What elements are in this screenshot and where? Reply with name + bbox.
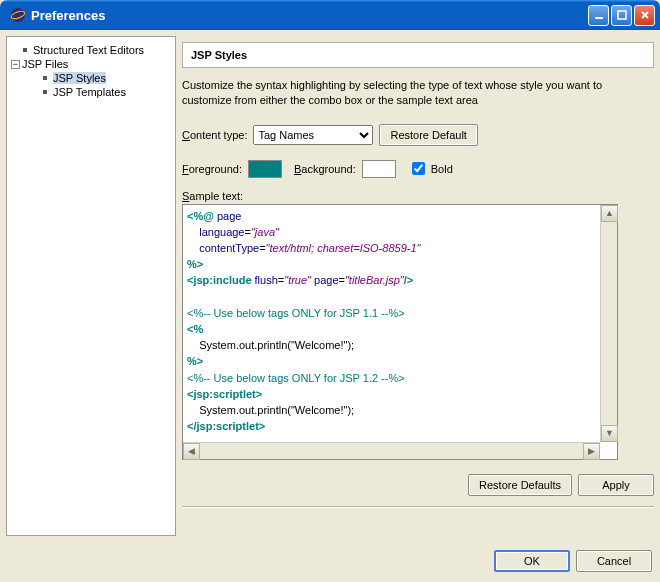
- tree-collapse-icon[interactable]: −: [11, 60, 20, 69]
- dialog-buttons: OK Cancel: [0, 542, 660, 572]
- restore-default-button[interactable]: Restore Default: [379, 124, 477, 146]
- ok-button[interactable]: OK: [494, 550, 570, 572]
- restore-defaults-button[interactable]: Restore Defaults: [468, 474, 572, 496]
- page-description: Customize the syntax highlighting by sel…: [182, 78, 654, 108]
- sample-text-label: Sample text:: [182, 190, 654, 202]
- foreground-label: Foreground:: [182, 163, 242, 175]
- sample-text-area[interactable]: <%@ page language="java" contentType="te…: [182, 204, 618, 460]
- separator: [182, 506, 654, 507]
- apply-button[interactable]: Apply: [578, 474, 654, 496]
- content-type-label: Content type:: [182, 129, 247, 141]
- background-swatch[interactable]: [362, 160, 396, 178]
- titlebar: Preferences: [0, 0, 660, 30]
- app-icon: [10, 7, 26, 23]
- tree-item-jsp-styles[interactable]: JSP Styles: [11, 71, 171, 85]
- background-label: Background:: [294, 163, 356, 175]
- sample-code: <%@ page language="java" contentType="te…: [183, 205, 600, 442]
- svg-point-0: [11, 8, 25, 22]
- horizontal-scrollbar[interactable]: ◀ ▶: [183, 442, 600, 459]
- maximize-button[interactable]: [611, 5, 632, 26]
- bold-label: Bold: [431, 163, 453, 175]
- tree-item-structured-text[interactable]: Structured Text Editors: [11, 43, 171, 57]
- preferences-tree[interactable]: Structured Text Editors −JSP Files JSP S…: [6, 36, 176, 536]
- cancel-button[interactable]: Cancel: [576, 550, 652, 572]
- foreground-swatch[interactable]: [248, 160, 282, 178]
- settings-pane: JSP Styles Customize the syntax highligh…: [182, 36, 654, 536]
- tree-item-jsp-templates[interactable]: JSP Templates: [11, 85, 171, 99]
- page-title: JSP Styles: [182, 42, 654, 68]
- tree-item-jsp-files[interactable]: −JSP Files: [11, 57, 171, 71]
- close-button[interactable]: [634, 5, 655, 26]
- content-type-select[interactable]: Tag Names: [253, 125, 373, 145]
- window-controls: [588, 5, 655, 26]
- scroll-down-icon[interactable]: ▼: [601, 425, 618, 442]
- svg-rect-2: [595, 17, 603, 19]
- vertical-scrollbar[interactable]: ▲ ▼: [600, 205, 617, 442]
- scroll-right-icon[interactable]: ▶: [583, 443, 600, 460]
- bold-checkbox[interactable]: [412, 162, 425, 175]
- scroll-up-icon[interactable]: ▲: [601, 205, 618, 222]
- minimize-button[interactable]: [588, 5, 609, 26]
- window-title: Preferences: [31, 8, 588, 23]
- scroll-left-icon[interactable]: ◀: [183, 443, 200, 460]
- svg-rect-3: [618, 11, 626, 19]
